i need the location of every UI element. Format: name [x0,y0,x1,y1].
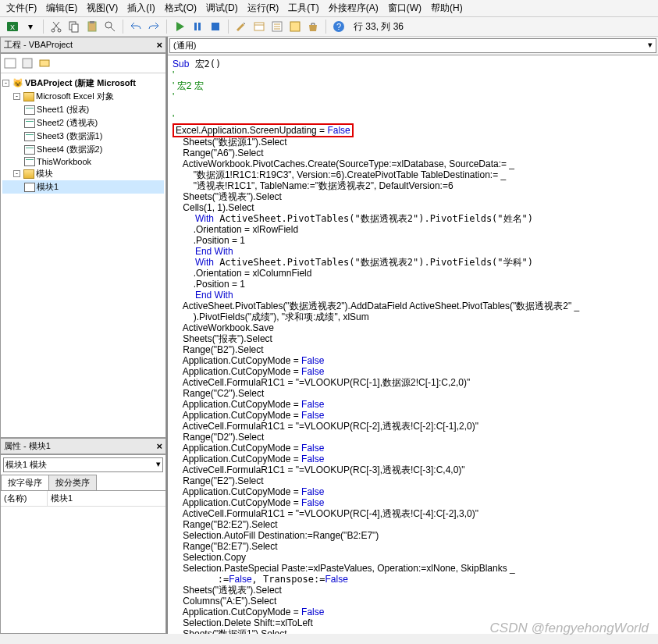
svg-rect-9 [194,23,197,30]
menu-bar: 文件(F) 编辑(E) 视图(V) 插入(I) 格式(O) 调试(D) 运行(R… [0,0,658,17]
properties-panel: 模块1 模块▾ 按字母序 按分类序 (名称) 模块1 [0,454,166,634]
svg-rect-7 [90,21,94,23]
toolbar: X ▾ ? 行 33, 列 36 [0,17,658,37]
cursor-location: 行 33, 列 36 [354,20,404,34]
menu-insert[interactable]: 插入(I) [127,2,155,15]
props-tab-cat[interactable]: 按分类序 [48,475,97,490]
view-code-icon[interactable] [2,55,18,71]
menu-window[interactable]: 窗口(W) [388,2,421,15]
highlight-box-1: Excel.Application.ScreenUpdating = False [173,123,354,137]
project-explorer: -😺 VBAProject (新建 Microsoft - Microsoft … [0,53,166,438]
prop-key: (名称) [1,491,48,506]
copy-icon[interactable] [66,19,82,34]
menu-run[interactable]: 运行(R) [247,2,279,15]
object-browser-icon[interactable] [287,19,303,34]
menu-debug[interactable]: 调试(D) [206,2,238,15]
toggle-folders-icon[interactable] [37,55,52,71]
tree-module1[interactable]: 模块1 [2,180,164,194]
code-editor[interactable]: Sub 宏2() ' ' 宏2 宏 ' ' Excel.Application.… [168,55,658,634]
svg-rect-12 [254,23,264,30]
tree-modules[interactable]: - 模块 [2,167,164,180]
svg-rect-11 [212,23,219,30]
project-panel-title: 工程 - VBAProject × [0,37,166,53]
excel-icon[interactable]: X [5,19,20,34]
properties-icon[interactable] [269,19,285,34]
menu-addins[interactable]: 外接程序(A) [329,2,379,15]
menu-help[interactable]: 帮助(H) [431,2,463,15]
props-tab-alpha[interactable]: 按字母序 [1,475,49,490]
svg-text:?: ? [336,22,341,31]
tree-excel-objects[interactable]: - Microsoft Excel 对象 [2,90,164,103]
view-object-icon[interactable] [20,55,35,71]
svg-rect-17 [5,59,16,68]
svg-text:X: X [10,23,15,31]
menu-edit[interactable]: 编辑(E) [46,2,77,15]
menu-file[interactable]: 文件(F) [6,2,37,15]
svg-point-8 [105,22,112,28]
chevron-down-icon: ▾ [648,40,653,52]
object-combo[interactable]: (通用)▾ [169,38,656,53]
tree-sheet4[interactable]: Sheet4 (数据源2) [2,143,164,156]
pause-icon[interactable] [190,19,205,34]
tree-thisworkbook[interactable]: ThisWorkbook [2,156,164,167]
find-icon[interactable] [102,19,118,34]
run-icon[interactable] [172,19,187,34]
help-icon[interactable]: ? [331,19,347,34]
menu-tools[interactable]: 工具(T) [288,2,318,15]
tree-root[interactable]: -😺 VBAProject (新建 Microsoft [2,76,164,90]
svg-rect-5 [72,24,78,32]
close-icon[interactable]: × [156,440,162,452]
stop-icon[interactable] [208,19,223,34]
prop-value[interactable]: 模块1 [48,491,76,506]
tree-sheet1[interactable]: Sheet1 (报表) [2,103,164,116]
close-icon[interactable]: × [156,39,162,51]
project-icon[interactable] [251,19,267,34]
svg-rect-18 [23,59,32,68]
props-object-combo[interactable]: 模块1 模块▾ [3,457,163,472]
undo-icon[interactable] [128,19,144,34]
svg-rect-14 [290,22,300,31]
props-title-text: 属性 - 模块1 [4,440,51,452]
props-panel-title: 属性 - 模块1 × [0,438,166,454]
toolbox-icon[interactable] [305,19,321,34]
chevron-down-icon: ▾ [156,459,161,471]
paste-icon[interactable] [84,19,100,34]
prop-row-name[interactable]: (名称) 模块1 [1,491,165,507]
menu-format[interactable]: 格式(O) [165,2,197,15]
tree-sheet2[interactable]: Sheet2 (透视表) [2,116,164,130]
tree-sheet3[interactable]: Sheet3 (数据源1) [2,130,164,143]
svg-rect-10 [198,23,201,30]
cut-icon[interactable] [48,19,64,34]
redo-icon[interactable] [146,19,162,34]
menu-view[interactable]: 视图(V) [87,2,118,15]
svg-rect-19 [40,60,49,66]
design-icon[interactable] [233,19,249,34]
project-title-text: 工程 - VBAProject [4,39,73,51]
dropdown-icon[interactable]: ▾ [23,19,38,34]
